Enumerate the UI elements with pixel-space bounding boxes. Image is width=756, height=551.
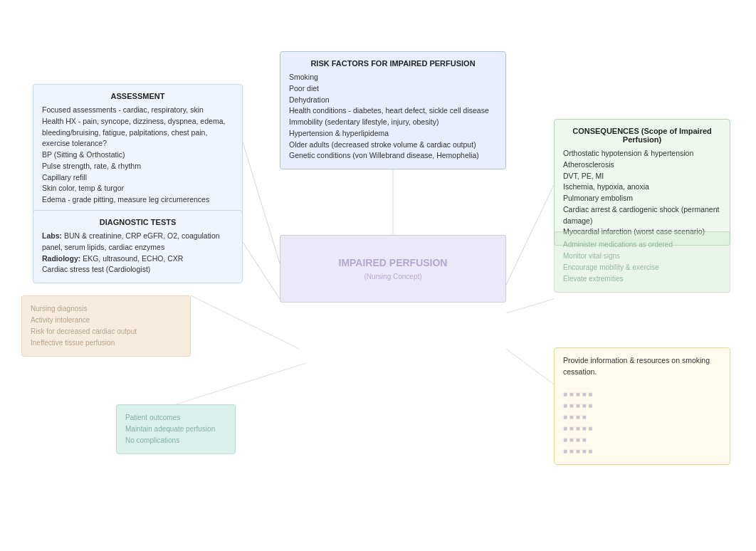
consequence-1: Atherosclerosis bbox=[563, 160, 614, 169]
risk-factors-body: Smoking Poor diet Dehydration Health con… bbox=[289, 72, 497, 162]
consequences-card: CONSEQUENCES (Scope of Impaired Perfusio… bbox=[554, 119, 730, 246]
svg-line-5 bbox=[176, 363, 306, 404]
bl2-line-2: No complications bbox=[125, 436, 179, 444]
smoking-cessation-card: Provide information & resources on smoki… bbox=[554, 347, 730, 465]
assessment-line-4: Pulse strength, rate, & rhythm bbox=[42, 162, 141, 170]
bottom-left-1-body: Nursing diagnosis Activity intolerance R… bbox=[31, 303, 182, 349]
labs-label: Labs: bbox=[42, 231, 62, 240]
assessment-card: ASSESSMENT Focused assessments - cardiac… bbox=[33, 84, 243, 214]
risk-item-0: Smoking bbox=[289, 73, 318, 81]
center-subtitle: (Nursing Concept) bbox=[295, 273, 491, 280]
consequences-body: Orthostatic hypotension & hypertension A… bbox=[563, 148, 721, 238]
assessment-line-2: Health HX - pain, syncope, dizziness, dy… bbox=[42, 117, 225, 148]
assessment-line-7: Edema - grade pitting, measure leg circu… bbox=[42, 195, 209, 204]
bottom-left-card-1: Nursing diagnosis Activity intolerance R… bbox=[21, 295, 191, 357]
assessment-capillary-refill: Capillary refill bbox=[42, 173, 87, 182]
risk-item-5: Hypertension & hyperlipidema bbox=[289, 129, 389, 137]
bl1-line-2: Risk for decreased cardiac output bbox=[31, 327, 137, 335]
bl2-line-1: Maintain adequate perfusion bbox=[125, 425, 215, 433]
consequence-0: Orthostatic hypotension & hypertension bbox=[563, 149, 693, 157]
assessment-body: Focused assessments - cardiac, respirato… bbox=[42, 105, 233, 206]
smoking-faded-content: ■ ■ ■ ■ ■ ■ ■ ■ ■ ■ ■ ■ ■ ■ ■ ■ ■ ■ ■ ■ … bbox=[563, 389, 721, 457]
diagnostic-title: DIAGNOSTIC TESTS bbox=[42, 218, 233, 226]
center-concept-card: IMPAIRED PERFUSION (Nursing Concept) bbox=[280, 235, 506, 303]
bottom-left-2-body: Patient outcomes Maintain adequate perfu… bbox=[125, 412, 226, 446]
br-line-2: Encourage mobility & exercise bbox=[563, 263, 659, 271]
bottom-left-card-2: Patient outcomes Maintain adequate perfu… bbox=[116, 404, 236, 454]
svg-line-3 bbox=[506, 185, 554, 285]
bottom-right-body: Administer medications as ordered Monito… bbox=[563, 239, 721, 285]
bl1-line-0: Nursing diagnosis bbox=[31, 305, 88, 313]
smoking-cessation-body: Provide information & resources on smoki… bbox=[563, 355, 721, 457]
diagnostic-card: DIAGNOSTIC TESTS Labs: BUN & creatinine,… bbox=[33, 210, 243, 283]
bl2-line-0: Patient outcomes bbox=[125, 414, 180, 421]
assessment-line-1: Focused assessments - cardiac, respirato… bbox=[42, 105, 204, 114]
bl1-line-1: Activity intolerance bbox=[31, 316, 90, 324]
risk-item-1: Poor diet bbox=[289, 84, 319, 93]
svg-line-1 bbox=[243, 242, 280, 299]
assessment-title: ASSESSMENT bbox=[42, 92, 233, 100]
risk-item-7: Genetic conditions (von Willebrand disea… bbox=[289, 151, 479, 159]
risk-item-6: Older adults (decreased stroke volume & … bbox=[289, 140, 476, 149]
risk-factors-card: RISK FACTORS FOR IMPAIRED PERFUSION Smok… bbox=[280, 51, 506, 169]
risk-factors-title: RISK FACTORS FOR IMPAIRED PERFUSION bbox=[289, 59, 497, 68]
bottom-right-faded-card: Administer medications as ordered Monito… bbox=[554, 231, 730, 293]
br-line-3: Elevate extremities bbox=[563, 275, 623, 283]
radiology-text: EKG, ultrasound, ECHO, CXR bbox=[80, 254, 183, 263]
br-line-1: Monitor vital signs bbox=[563, 252, 620, 260]
svg-line-6 bbox=[506, 299, 554, 313]
center-title: IMPAIRED PERFUSION bbox=[295, 257, 491, 268]
smoking-cessation-text: Provide information & resources on smoki… bbox=[563, 356, 710, 376]
consequences-title: CONSEQUENCES (Scope of Impaired Perfusio… bbox=[563, 127, 721, 144]
consequence-3: Ischemia, hypoxia, anoxia bbox=[563, 182, 649, 191]
bl1-line-3: Ineffective tissue perfusion bbox=[31, 339, 115, 347]
assessment-line-6: Skin color, temp & turgor bbox=[42, 184, 124, 192]
consequence-4: Pulmonary embolism bbox=[563, 194, 633, 202]
assessment-line-3: BP (Sitting & Orthostatic) bbox=[42, 150, 125, 159]
svg-line-0 bbox=[243, 142, 280, 263]
consequence-2: DVT, PE, MI bbox=[563, 172, 604, 180]
svg-line-4 bbox=[191, 295, 299, 349]
labs-text: BUN & creatinine, CRP eGFR, O2, coagulat… bbox=[42, 231, 220, 251]
radiology-label: Radiology: bbox=[42, 254, 80, 263]
consequence-5: Cardiac arrest & cardiogenic shock (perm… bbox=[563, 205, 719, 225]
cardiac-stress-text: Cardiac stress test (Cardiologist) bbox=[42, 265, 150, 273]
risk-item-4: Immobility (sedentary lifestyle, injury,… bbox=[289, 117, 439, 126]
svg-line-7 bbox=[506, 349, 554, 384]
risk-item-3: Health conditions - diabetes, heart defe… bbox=[289, 106, 489, 115]
risk-item-2: Dehydration bbox=[289, 95, 330, 104]
diagnostic-body: Labs: BUN & creatinine, CRP eGFR, O2, co… bbox=[42, 231, 233, 276]
br-line-0: Administer medications as ordered bbox=[563, 241, 673, 248]
